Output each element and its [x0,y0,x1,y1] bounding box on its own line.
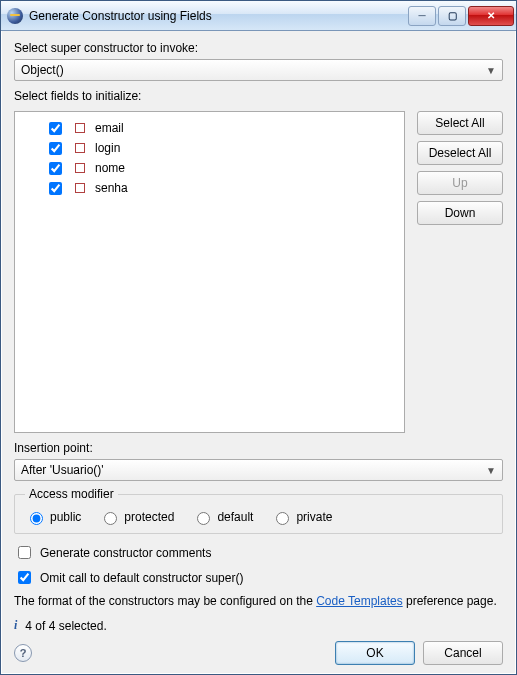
field-name: email [95,121,124,135]
chevron-down-icon: ▼ [486,65,496,76]
cancel-button[interactable]: Cancel [423,641,503,665]
generate-comments-label: Generate constructor comments [40,546,211,560]
fields-row: email login nome senha [14,111,503,433]
radio-private[interactable]: private [271,509,332,525]
insertion-point-combo[interactable]: After 'Usuario()' ▼ [14,459,503,481]
generate-comments-checkbox[interactable] [18,546,31,559]
eclipse-icon [7,8,23,24]
field-row[interactable]: login [21,138,398,158]
status-text: 4 of 4 selected. [25,619,106,633]
chevron-down-icon: ▼ [486,465,496,476]
side-buttons: Select All Deselect All Up Down [417,111,503,433]
dialog-content: Select super constructor to invoke: Obje… [1,31,516,674]
super-constructor-value: Object() [21,63,64,77]
field-name: login [95,141,120,155]
info-icon: i [14,618,17,633]
code-templates-link[interactable]: Code Templates [316,594,403,608]
radio-protected-input[interactable] [104,512,117,525]
field-icon [75,143,85,153]
omit-super-checkbox[interactable] [18,571,31,584]
help-icon[interactable]: ? [14,644,32,662]
generate-comments-row[interactable]: Generate constructor comments [14,543,503,562]
titlebar[interactable]: Generate Constructor using Fields ─ ▢ ✕ [1,1,516,31]
field-row[interactable]: email [21,118,398,138]
field-row[interactable]: senha [21,178,398,198]
insertion-point-label: Insertion point: [14,441,503,455]
close-button[interactable]: ✕ [468,6,514,26]
field-icon [75,123,85,133]
up-button[interactable]: Up [417,171,503,195]
fields-label: Select fields to initialize: [14,89,503,103]
super-constructor-label: Select super constructor to invoke: [14,41,503,55]
dialog-window: Generate Constructor using Fields ─ ▢ ✕ … [0,0,517,675]
omit-super-label: Omit call to default constructor super() [40,571,243,585]
field-name: senha [95,181,128,195]
field-checkbox[interactable] [49,142,62,155]
access-modifier-group: Access modifier public protected default… [14,487,503,534]
fields-list[interactable]: email login nome senha [14,111,405,433]
down-button[interactable]: Down [417,201,503,225]
ok-button[interactable]: OK [335,641,415,665]
access-modifier-legend: Access modifier [25,487,118,501]
insertion-point-value: After 'Usuario()' [21,463,104,477]
radio-default[interactable]: default [192,509,253,525]
super-constructor-combo[interactable]: Object() ▼ [14,59,503,81]
footer: ? OK Cancel [14,633,503,665]
radio-private-input[interactable] [276,512,289,525]
radio-default-input[interactable] [197,512,210,525]
access-modifier-radios: public protected default private [25,509,492,525]
window-title: Generate Constructor using Fields [29,9,408,23]
field-checkbox[interactable] [49,122,62,135]
field-name: nome [95,161,125,175]
field-checkbox[interactable] [49,182,62,195]
radio-protected[interactable]: protected [99,509,174,525]
field-icon [75,163,85,173]
radio-public[interactable]: public [25,509,81,525]
maximize-button[interactable]: ▢ [438,6,466,26]
field-checkbox[interactable] [49,162,62,175]
radio-public-input[interactable] [30,512,43,525]
field-icon [75,183,85,193]
omit-super-row[interactable]: Omit call to default constructor super() [14,568,503,587]
field-row[interactable]: nome [21,158,398,178]
template-hint: The format of the constructors may be co… [14,594,503,608]
deselect-all-button[interactable]: Deselect All [417,141,503,165]
status-line: i 4 of 4 selected. [14,618,503,633]
minimize-button[interactable]: ─ [408,6,436,26]
select-all-button[interactable]: Select All [417,111,503,135]
window-controls: ─ ▢ ✕ [408,6,514,26]
